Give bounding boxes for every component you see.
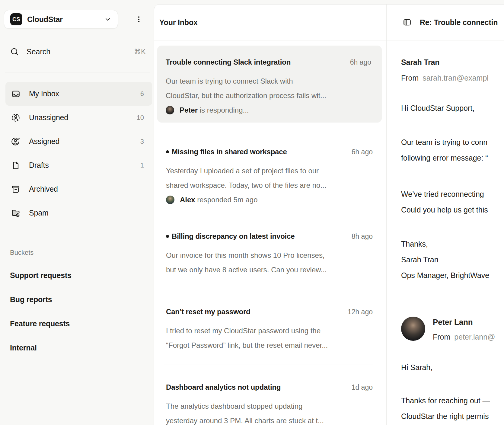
sidebar-item-count: 3 [140,138,144,145]
conversation-list: Trouble connecting Slack integration 6h … [154,40,386,425]
message-line: Could you help us get this [401,205,488,214]
conversation-title: Trouble connecting Slack integration [166,58,291,67]
search-input[interactable]: Search ⌘K [4,44,146,59]
sidebar-item-label: Unassigned [29,113,68,122]
conversation-item[interactable]: Dashboard analytics not updating 1d ago … [157,369,382,425]
unread-dot [166,150,169,153]
sidebar-item-count: 6 [140,90,144,98]
list-divider [164,288,373,288]
conversation-title: Missing files in shared workspace [172,147,287,156]
message-line: Sarah Tran [401,255,439,264]
kebab-icon [135,15,143,23]
conversation-detail-panel: Re: Trouble connectin Sarah Tran Fromsar… [387,5,504,425]
sidebar: CS CloudStar Search ⌘K [0,0,154,425]
inbox-list-panel: Your Inbox Trouble connecting Slack inte… [154,5,387,425]
sidebar-divider [5,72,150,72]
message-line: We’ve tried reconnecting [401,190,484,199]
sidebar-item-label: My Inbox [29,89,59,98]
inbox-title: Your Inbox [159,18,198,27]
workspace-switcher[interactable]: CS CloudStar [4,10,118,29]
avatar-peter [166,106,174,114]
conversation-item[interactable]: Missing files in shared workspace 6h ago… [157,133,382,204]
message-from: Frompeter.lann@ [433,332,495,341]
sidebar-nav: My Inbox 6 Unassigned 10 [5,82,152,225]
detail-header: Re: Trouble connectin [387,5,504,40]
more-menu-button[interactable] [134,14,144,24]
conversation-preview: Yesterday I uploaded a set of project fi… [166,164,373,193]
chevron-down-icon [104,15,112,23]
sidebar-item-unassigned[interactable]: Unassigned 10 [5,106,152,129]
folder-blocked-icon [11,208,21,218]
conversation-preview: Our team is trying to connect Slack with… [166,74,371,103]
buckets-heading: Buckets [10,249,33,257]
message-line: Ops Manager, BrightWave [401,271,489,280]
sender-email: peter.lann@ [454,333,495,341]
inbox-header: Your Inbox [154,5,386,40]
bucket-item-bug-reports[interactable]: Bug reports [10,295,52,306]
message-from: Fromsarah.tran@exampl [401,73,489,82]
sidebar-item-spam[interactable]: Spam [5,201,152,225]
sidebar-item-my-inbox[interactable]: My Inbox 6 [5,82,152,106]
sidebar-item-label: Assigned [29,137,59,146]
search-label: Search [27,47,50,56]
detail-title: Re: Trouble connectin [420,18,498,27]
conversation-time: 12h ago [348,307,373,316]
conversation-title: Can’t reset my password [166,307,250,316]
sidebar-item-label: Drafts [29,161,49,170]
sidebar-divider [5,235,150,235]
file-icon [11,161,21,170]
bucket-item-feature-requests[interactable]: Feature requests [10,319,70,330]
main-panel: Your Inbox Trouble connecting Slack inte… [154,4,504,425]
conversation-item-selected[interactable]: Trouble connecting Slack integration 6h … [157,46,382,123]
user-dashed-icon [11,113,21,123]
workspace-logo: CS [10,13,22,25]
message-line: Hi CloudStar Support, [401,104,474,113]
responder-status: responded 5m ago [195,196,258,204]
sender-email: sarah.tran@exampl [423,74,489,82]
conversation-item[interactable]: Can’t reset my password 12h ago I tried … [157,293,382,353]
list-divider [164,213,373,213]
sidebar-item-drafts[interactable]: Drafts 1 [5,153,152,177]
message-line: Thanks, [401,239,428,248]
bucket-item-support-requests[interactable]: Support requests [10,271,72,282]
message-author: Sarah Tran [401,58,439,67]
responder-status: is responding... [198,106,249,114]
avatar-peter-large [401,317,425,341]
sidebar-item-label: Archived [29,185,58,193]
message-line: Hi Sarah, [401,363,432,372]
sidebar-item-count: 10 [137,114,144,122]
conversation-footer: Alex responded 5m ago [166,195,373,204]
conversation-title: Billing discrepancy on latest invoice [172,232,295,241]
inbox-icon [11,89,21,99]
user-check-icon [11,137,21,146]
conversation-preview: Our invoice for this month shows 10 Pro … [166,248,373,277]
message-line: following error message: “ [401,153,488,162]
conversation-title: Dashboard analytics not updating [166,383,281,392]
conversation-preview: I tried to reset my CloudStar password u… [166,324,373,353]
conversation-time: 6h ago [352,147,373,156]
avatar-alex [166,196,174,204]
bucket-item-internal[interactable]: Internal [10,344,37,354]
conversation-time: 1d ago [352,383,373,392]
list-divider [164,365,373,365]
toggle-sidebar-button[interactable] [403,18,412,27]
sidebar-item-count: 1 [140,161,144,169]
responder-name: Alex [180,196,195,204]
conversation-footer: Peter is responding... [166,106,371,115]
sidebar-item-archived[interactable]: Archived [5,177,152,201]
message-divider [401,300,504,300]
list-divider [164,128,373,128]
message-line: CloudStar the right permis [401,412,489,421]
conversation-time: 8h ago [352,232,373,241]
sidebar-item-label: Spam [29,209,49,217]
search-shortcut: ⌘K [134,48,146,56]
message-author: Peter Lann [433,318,473,327]
archive-icon [11,184,21,194]
workspace-initials: CS [12,16,20,23]
conversation-preview: The analytics dashboard stopped updating… [166,399,373,425]
sidebar-item-assigned[interactable]: Assigned 3 [5,129,152,153]
search-icon [10,47,19,56]
conversation-item[interactable]: Billing discrepancy on latest invoice 8h… [157,218,382,277]
message-line: Thanks for reaching out — [401,396,490,405]
panel-left-icon [403,18,412,27]
